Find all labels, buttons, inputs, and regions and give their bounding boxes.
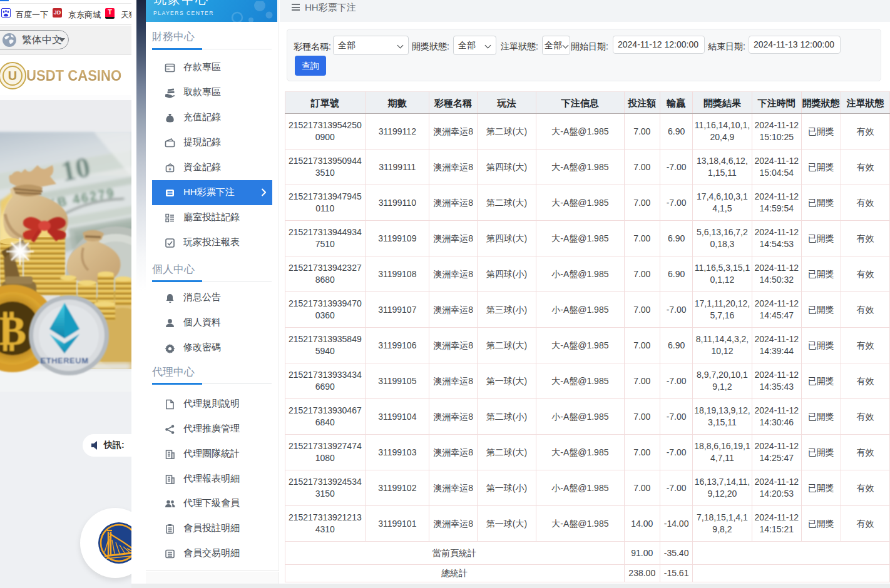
svg-text:¥: ¥ (168, 166, 171, 172)
svg-text:₿: ₿ (0, 308, 26, 353)
svg-text:ETHEREUM: ETHEREUM (41, 356, 89, 365)
svg-text:U: U (8, 69, 17, 83)
svg-text:10: 10 (58, 151, 93, 188)
